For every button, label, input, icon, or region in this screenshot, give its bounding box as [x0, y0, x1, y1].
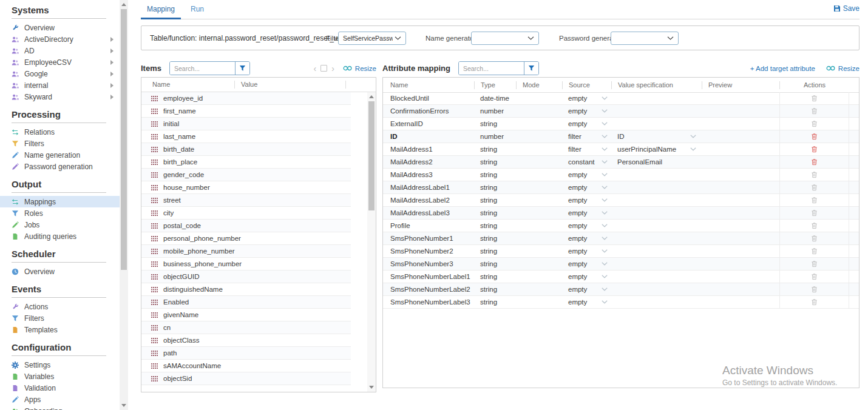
drag-handle-icon[interactable] [151, 198, 158, 203]
drag-handle-icon[interactable] [151, 261, 158, 267]
scrollbar-thumb[interactable] [121, 9, 127, 270]
delete-row-button[interactable] [811, 286, 818, 293]
source-select[interactable]: empty [562, 220, 611, 232]
drag-handle-icon[interactable] [151, 325, 158, 331]
drag-handle-icon[interactable] [151, 210, 158, 216]
tab-run[interactable]: Run [185, 0, 210, 19]
drag-handle-icon[interactable] [151, 185, 158, 190]
table-row[interactable]: objectClass [141, 334, 351, 347]
delete-row-button[interactable] [811, 197, 818, 204]
delete-row-button[interactable] [811, 95, 818, 102]
scroll-down-icon[interactable] [367, 383, 376, 391]
source-select[interactable]: filter [562, 130, 611, 143]
drag-handle-icon[interactable] [151, 160, 158, 165]
delete-row-button[interactable] [811, 133, 818, 140]
sidebar-item-relations[interactable]: Relations [0, 126, 120, 138]
sidebar-item-mappings[interactable]: Mappings [0, 196, 120, 207]
table-row[interactable]: gender_code [141, 169, 351, 181]
source-select[interactable]: empty [562, 194, 611, 206]
delete-row-button[interactable] [811, 260, 818, 267]
sidebar-item-activedirectory[interactable]: ActiveDirectory [0, 33, 120, 45]
drag-handle-icon[interactable] [151, 223, 158, 229]
page-indicator-icon[interactable] [320, 65, 327, 72]
value-spec[interactable]: PersonalEmail [611, 156, 702, 168]
tab-mapping[interactable]: Mapping [141, 0, 181, 19]
sidebar-item-name-generation[interactable]: Name generation [0, 149, 120, 161]
table-row[interactable]: objectSid [141, 372, 351, 385]
source-select[interactable]: empty [562, 169, 611, 181]
sidebar-item-employeecsv[interactable]: EmployeeCSV [0, 56, 120, 68]
delete-row-button[interactable] [811, 146, 818, 153]
sidebar-item-internal[interactable]: internal [0, 79, 120, 91]
table-row[interactable]: birth_place [141, 156, 351, 169]
sidebar-item-onboarding[interactable]: Onboarding [0, 405, 120, 410]
scroll-down-icon[interactable] [120, 402, 128, 409]
source-select[interactable]: empty [562, 105, 611, 117]
drag-handle-icon[interactable] [151, 109, 158, 114]
source-select[interactable]: empty [562, 271, 611, 283]
sidebar-item-variables[interactable]: Variables [0, 371, 120, 382]
password-generator-select[interactable] [611, 32, 679, 45]
drag-handle-icon[interactable] [151, 121, 158, 127]
table-row[interactable]: objectGUID [141, 271, 351, 283]
name-generator-select[interactable] [471, 32, 539, 45]
delete-row-button[interactable] [811, 273, 818, 280]
items-scrollbar[interactable] [367, 92, 376, 392]
mapping-resize-button[interactable]: Resize [826, 65, 860, 72]
value-spec-select[interactable]: ID [611, 130, 702, 143]
table-row[interactable]: city [141, 207, 351, 220]
source-select[interactable]: empty [562, 245, 611, 257]
sidebar-item-google[interactable]: Google [0, 68, 120, 79]
table-row[interactable]: Enabled [141, 296, 351, 309]
drag-handle-icon[interactable] [151, 249, 158, 254]
delete-row-button[interactable] [811, 120, 818, 127]
table-row[interactable]: birth_date [141, 143, 351, 156]
table-row[interactable]: street [141, 194, 351, 207]
sidebar-item-auditing-queries[interactable]: Auditing queries [0, 230, 120, 242]
table-row[interactable]: distinguishedName [141, 283, 351, 296]
drag-handle-icon[interactable] [151, 338, 158, 343]
sidebar-item-settings[interactable]: Settings [0, 359, 120, 371]
table-row[interactable]: first_name [141, 105, 351, 118]
table-row[interactable]: business_phone_number [141, 258, 351, 271]
mapping-search-input[interactable] [459, 62, 524, 75]
drag-handle-icon[interactable] [151, 236, 158, 241]
sidebar-item-roles[interactable]: Roles [0, 207, 120, 219]
drag-handle-icon[interactable] [151, 96, 158, 101]
sidebar-item-ad[interactable]: AD [0, 45, 120, 56]
sidebar-item-password-generation[interactable]: Password generation [0, 161, 120, 172]
save-button[interactable]: Save [833, 4, 860, 13]
source-select[interactable]: empty [562, 296, 611, 308]
mapping-search-filter-button[interactable] [524, 62, 538, 75]
table-row[interactable]: personal_phone_number [141, 232, 351, 245]
page-next-icon[interactable]: › [331, 64, 334, 73]
drag-handle-icon[interactable] [151, 376, 158, 381]
sidebar-item-apps[interactable]: Apps [0, 394, 120, 405]
delete-row-button[interactable] [811, 222, 818, 229]
table-row[interactable]: last_name [141, 130, 351, 143]
page-prev-icon[interactable]: ‹ [314, 64, 317, 73]
drag-handle-icon[interactable] [151, 300, 158, 305]
table-row[interactable]: path [141, 347, 351, 360]
drag-handle-icon[interactable] [151, 287, 158, 292]
drag-handle-icon[interactable] [151, 274, 158, 280]
sidebar-item-overview[interactable]: Overview [0, 266, 120, 277]
delete-row-button[interactable] [811, 247, 818, 255]
delete-row-button[interactable] [811, 158, 818, 166]
drag-handle-icon[interactable] [151, 172, 158, 178]
sidebar-item-overview[interactable]: Overview [0, 22, 120, 33]
table-row[interactable]: cn [141, 321, 351, 334]
sidebar-item-templates[interactable]: Templates [0, 324, 120, 335]
delete-row-button[interactable] [811, 171, 818, 178]
table-row[interactable]: initial [141, 118, 351, 130]
drag-handle-icon[interactable] [151, 351, 158, 356]
table-row[interactable]: house_number [141, 181, 351, 194]
source-select[interactable]: empty [562, 258, 611, 270]
source-select[interactable]: empty [562, 283, 611, 295]
table-row[interactable]: postal_code [141, 220, 351, 232]
table-row[interactable]: sAMAccountName [141, 360, 351, 372]
value-spec-select[interactable]: userPrincipalName [611, 143, 702, 155]
filter-select[interactable]: SelfServicePasswordRese [338, 32, 406, 45]
source-select[interactable]: empty [562, 92, 611, 104]
sidebar-item-validation[interactable]: Validation [0, 382, 120, 394]
